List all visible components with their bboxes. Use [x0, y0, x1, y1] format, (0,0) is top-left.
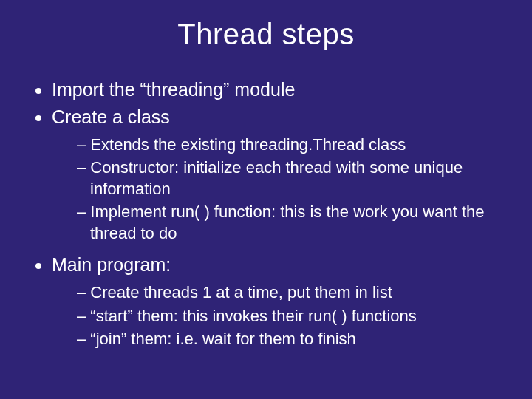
- bullet-create-class-text: Create a class: [52, 106, 170, 127]
- sub-create-threads: Create threads 1 at a time, put them in …: [77, 282, 510, 304]
- sub-extends: Extends the existing threading.Thread cl…: [77, 134, 510, 156]
- sub-list-main: Create threads 1 at a time, put them in …: [52, 282, 510, 350]
- sub-run: Implement run( ) function: this is the w…: [77, 202, 510, 244]
- bullet-main-program-text: Main program:: [52, 254, 171, 275]
- bullet-create-class: Create a class Extends the existing thre…: [52, 105, 510, 245]
- bullet-import: Import the “threading” module: [52, 78, 510, 103]
- slide: Thread steps Import the “threading” modu…: [0, 0, 532, 399]
- sub-list-class: Extends the existing threading.Thread cl…: [52, 134, 510, 245]
- sub-start: “start” them: this invokes their run( ) …: [77, 306, 510, 327]
- sub-constructor: Constructor: initialize each thread with…: [77, 157, 510, 200]
- bullet-list: Import the “threading” module Create a c…: [22, 78, 510, 350]
- sub-join: “join” them: i.e. wait for them to finis…: [77, 329, 510, 350]
- slide-title: Thread steps: [22, 18, 510, 51]
- bullet-main-program: Main program: Create threads 1 at a time…: [52, 253, 510, 350]
